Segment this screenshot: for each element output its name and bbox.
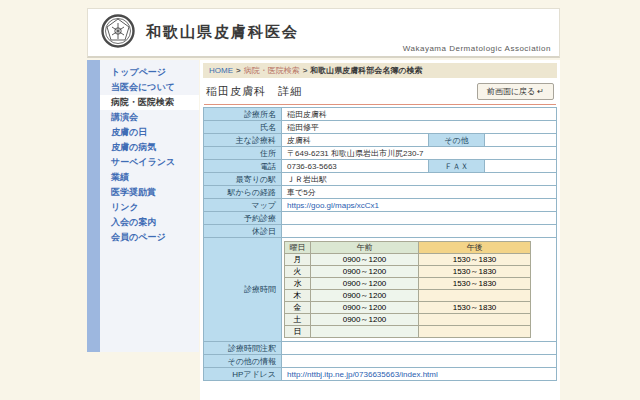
schedule-row-sun: 日 xyxy=(285,326,531,338)
clinic-details-table: 診療所名 稲田皮膚科 氏名 稲田修平 主な診療科 皮膚科 その他 住所 〒649… xyxy=(203,107,557,381)
schedule-day: 日 xyxy=(285,326,311,338)
detail-value-homepage: http://nttbj.itp.ne.jp/0736635663/index.… xyxy=(282,368,557,381)
title-divider xyxy=(204,104,556,105)
detail-label: 駅からの経路 xyxy=(204,186,282,199)
schedule-pm: 1530～1830 xyxy=(419,266,531,278)
site-header: 和歌山県皮膚科医会 Wakayama Dermatologic Associat… xyxy=(87,8,560,58)
detail-label: 住所 xyxy=(204,147,282,160)
schedule-pm xyxy=(419,290,531,302)
table-row: 診療時間 曜日 午前 午後 月 0900 xyxy=(204,238,557,342)
detail-label: マップ xyxy=(204,199,282,212)
sidebar-menu: トップページ 当医会について 病院・医院検索 講演会 皮膚の日 皮膚の病気 サー… xyxy=(100,60,199,352)
schedule-row-tue: 火 0900～1200 1530～1830 xyxy=(285,266,531,278)
schedule-header-am: 午前 xyxy=(311,242,419,254)
table-row: 電話 0736-63-5663 ＦＡＸ xyxy=(204,160,557,173)
site-title: 和歌山県皮膚科医会 xyxy=(146,23,299,42)
table-row: 診療所名 稲田皮膚科 xyxy=(204,108,557,121)
schedule-day: 木 xyxy=(285,290,311,302)
breadcrumb-separator: > xyxy=(236,66,241,75)
table-row: 予約診療 xyxy=(204,212,557,225)
table-row: 休診日 xyxy=(204,225,557,238)
sidebar-item-top-page[interactable]: トップページ xyxy=(100,65,199,80)
detail-label-hours: 診療時間 xyxy=(204,238,282,342)
detail-label: 診療時間注釈 xyxy=(204,342,282,355)
return-arrow-icon: ↵ xyxy=(537,87,544,96)
detail-value-station: ＪＲ岩出駅 xyxy=(282,173,557,186)
schedule-row-wed: 水 0900～1200 1530～1830 xyxy=(285,278,531,290)
sidebar-item-about[interactable]: 当医会について xyxy=(100,80,199,95)
breadcrumb-separator: > xyxy=(303,66,308,75)
breadcrumb-current: 和歌山県皮膚科部会名簿の検索 xyxy=(310,66,422,75)
table-row: 住所 〒649-6231 和歌山県岩出市川尻230-7 xyxy=(204,147,557,160)
detail-label: 氏名 xyxy=(204,121,282,134)
schedule-day: 月 xyxy=(285,254,311,266)
breadcrumb: HOME>病院・医院検索>和歌山県皮膚科部会名簿の検索 xyxy=(203,63,557,78)
table-row: マップ https://goo.gl/maps/xcCx1 xyxy=(204,199,557,212)
association-logo-icon xyxy=(100,13,136,53)
schedule-row-fri: 金 0900～1200 1530～1830 xyxy=(285,302,531,314)
schedule-day: 水 xyxy=(285,278,311,290)
back-button[interactable]: 前画面に戻る ↵ xyxy=(477,83,554,100)
detail-value-closed-days xyxy=(282,225,557,238)
detail-label: 最寄りの駅 xyxy=(204,173,282,186)
schedule-pm xyxy=(419,314,531,326)
schedule-pm xyxy=(419,326,531,338)
breadcrumb-section-link[interactable]: 病院・医院検索 xyxy=(244,66,300,75)
schedule-header-row: 曜日 午前 午後 xyxy=(285,242,531,254)
sidebar-accent-bar xyxy=(87,60,100,352)
sidebar: トップページ 当医会について 病院・医院検索 講演会 皮膚の日 皮膚の病気 サー… xyxy=(87,60,199,352)
detail-label: 予約診療 xyxy=(204,212,282,225)
detail-value-phone: 0736-63-5663 xyxy=(282,160,429,173)
back-button-label: 前画面に戻る xyxy=(487,87,535,96)
breadcrumb-home-link[interactable]: HOME xyxy=(209,66,233,75)
schedule-row-sat: 土 0900～1200 xyxy=(285,314,531,326)
schedule-pm: 1530～1830 xyxy=(419,278,531,290)
detail-value-department: 皮膚科 xyxy=(282,134,429,147)
sidebar-item-hospital-search[interactable]: 病院・医院検索 xyxy=(100,95,199,110)
detail-label: その他の情報 xyxy=(204,355,282,368)
table-row: 氏名 稲田修平 xyxy=(204,121,557,134)
table-row: 駅からの経路 車で5分 xyxy=(204,186,557,199)
detail-value-hours: 曜日 午前 午後 月 0900～1200 1530～1830 xyxy=(282,238,557,342)
detail-sublabel-other: その他 xyxy=(428,134,484,147)
schedule-day: 金 xyxy=(285,302,311,314)
sidebar-item-medical-award[interactable]: 医学奨励賞 xyxy=(100,185,199,200)
detail-value-route: 車で5分 xyxy=(282,186,557,199)
detail-sublabel-fax: ＦＡＸ xyxy=(428,160,484,173)
site-subtitle: Wakayama Dermatologic Association xyxy=(403,44,551,53)
schedule-am: 0900～1200 xyxy=(311,266,419,278)
schedule-am: 0900～1200 xyxy=(311,278,419,290)
table-row: 最寄りの駅 ＪＲ岩出駅 xyxy=(204,173,557,186)
sidebar-item-members-page[interactable]: 会員のページ xyxy=(100,230,199,245)
table-row: HPアドレス http://nttbj.itp.ne.jp/0736635663… xyxy=(204,368,557,381)
sidebar-item-membership[interactable]: 入会の案内 xyxy=(100,215,199,230)
page-title: 稲田皮膚科 詳細 xyxy=(206,84,302,99)
detail-subvalue-fax xyxy=(484,160,556,173)
sidebar-item-links[interactable]: リンク xyxy=(100,200,199,215)
detail-label: 休診日 xyxy=(204,225,282,238)
table-row: 主な診療科 皮膚科 その他 xyxy=(204,134,557,147)
detail-value-address: 〒649-6231 和歌山県岩出市川尻230-7 xyxy=(282,147,557,160)
sidebar-item-achievements[interactable]: 業績 xyxy=(100,170,199,185)
schedule-am: 0900～1200 xyxy=(311,314,419,326)
homepage-link[interactable]: http://nttbj.itp.ne.jp/0736635663/index.… xyxy=(287,370,438,379)
schedule-am: 0900～1200 xyxy=(311,302,419,314)
schedule-header-day: 曜日 xyxy=(285,242,311,254)
schedule-row-mon: 月 0900～1200 1530～1830 xyxy=(285,254,531,266)
schedule-header-pm: 午後 xyxy=(419,242,531,254)
content-area: トップページ 当医会について 病院・医院検索 講演会 皮膚の日 皮膚の病気 サー… xyxy=(87,60,560,400)
sidebar-item-skin-day[interactable]: 皮膚の日 xyxy=(100,125,199,140)
schedule-table: 曜日 午前 午後 月 0900～1200 1530～1830 xyxy=(284,241,531,338)
table-row: その他の情報 xyxy=(204,355,557,368)
detail-label: 診療所名 xyxy=(204,108,282,121)
table-row: 診療時間注釈 xyxy=(204,342,557,355)
detail-value-clinic-name: 稲田皮膚科 xyxy=(282,108,557,121)
map-link[interactable]: https://goo.gl/maps/xcCx1 xyxy=(287,201,379,210)
detail-value-doctor-name: 稲田修平 xyxy=(282,121,557,134)
sidebar-item-lectures[interactable]: 講演会 xyxy=(100,110,199,125)
detail-value-other-info xyxy=(282,355,557,368)
detail-value-reservation xyxy=(282,212,557,225)
sidebar-item-surveillance[interactable]: サーベイランス xyxy=(100,155,199,170)
sidebar-item-skin-diseases[interactable]: 皮膚の病気 xyxy=(100,140,199,155)
title-row: 稲田皮膚科 詳細 前画面に戻る ↵ xyxy=(203,78,557,104)
